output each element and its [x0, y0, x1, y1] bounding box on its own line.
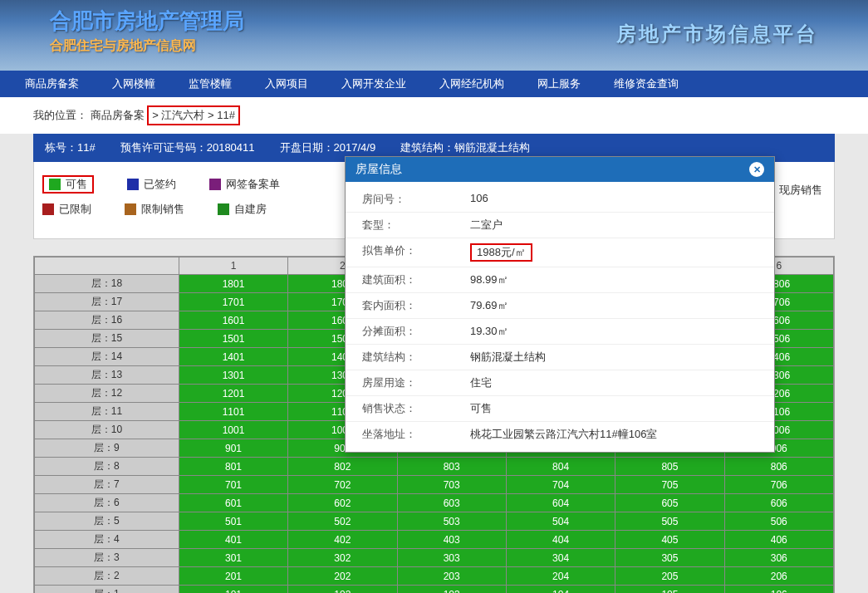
unit-cell[interactable]: 101 — [179, 586, 287, 594]
info-structure: 建筑结构：钢筋混凝土结构 — [400, 140, 530, 155]
row-header: 层：11 — [35, 403, 179, 421]
unit-cell[interactable]: 1401 — [179, 348, 287, 366]
unit-cell[interactable]: 105 — [615, 586, 724, 594]
row-header: 层：10 — [35, 421, 179, 439]
unit-cell[interactable]: 306 — [724, 549, 833, 567]
unit-cell[interactable]: 701 — [179, 476, 287, 494]
unit-cell[interactable]: 104 — [506, 586, 615, 594]
unit-cell[interactable]: 704 — [506, 476, 615, 494]
unit-cell[interactable]: 705 — [615, 476, 724, 494]
unit-cell[interactable]: 602 — [288, 494, 397, 512]
close-icon[interactable]: ✕ — [749, 162, 764, 177]
unit-cell[interactable]: 202 — [288, 567, 397, 586]
unit-cell[interactable]: 702 — [288, 476, 397, 494]
modal-value: 19.30㎡ — [470, 324, 758, 339]
modal-label: 房屋用途： — [362, 375, 470, 390]
unit-cell[interactable]: 201 — [179, 567, 287, 586]
unit-cell[interactable]: 506 — [724, 512, 833, 531]
legend-swatch — [209, 179, 221, 190]
nav-item[interactable]: 商品房备案 — [8, 71, 96, 97]
unit-cell[interactable]: 205 — [615, 567, 724, 586]
legend-label: 已限制 — [59, 202, 91, 217]
unit-cell[interactable]: 805 — [615, 458, 724, 476]
modal-label: 建筑面积： — [362, 272, 470, 287]
unit-cell[interactable]: 804 — [506, 458, 615, 476]
col-header: 1 — [179, 257, 287, 275]
row-header: 层：5 — [35, 512, 179, 531]
unit-cell[interactable]: 305 — [615, 549, 724, 567]
row-header: 层：6 — [35, 494, 179, 512]
unit-cell[interactable]: 204 — [506, 567, 615, 586]
row-header: 层：2 — [35, 567, 179, 586]
modal-value: 二室户 — [470, 218, 758, 233]
row-header: 层：12 — [35, 385, 179, 403]
unit-cell[interactable]: 505 — [615, 512, 724, 531]
unit-cell[interactable]: 106 — [724, 586, 833, 594]
unit-cell[interactable]: 502 — [288, 512, 397, 531]
modal-row: 建筑结构：钢筋混凝土结构 — [346, 345, 774, 370]
unit-cell[interactable]: 1601 — [179, 311, 287, 330]
unit-cell[interactable]: 1201 — [179, 385, 287, 403]
modal-label: 套内面积： — [362, 298, 470, 313]
page-container: 合肥市房地产管理局 合肥住宅与房地产信息网 房地产市场信息平台 商品房备案入网楼… — [0, 0, 868, 593]
legend-swatch — [218, 203, 229, 215]
unit-cell[interactable]: 1701 — [179, 293, 287, 311]
row-header: 层：16 — [35, 311, 179, 330]
unit-cell[interactable]: 403 — [397, 531, 506, 549]
unit-cell[interactable]: 203 — [397, 567, 506, 586]
unit-cell[interactable]: 802 — [288, 458, 397, 476]
breadcrumb-highlight[interactable]: > 江汽六村 > 11# — [147, 105, 240, 125]
nav-item[interactable]: 监管楼幢 — [172, 71, 248, 97]
modal-title: 房屋信息 — [356, 162, 402, 177]
unit-cell[interactable]: 803 — [397, 458, 506, 476]
unit-cell[interactable]: 406 — [724, 531, 833, 549]
unit-cell[interactable]: 603 — [397, 494, 506, 512]
unit-cell[interactable]: 1001 — [179, 421, 287, 439]
site-slogan: 房地产市场信息平台 — [616, 21, 818, 47]
unit-cell[interactable]: 801 — [179, 458, 287, 476]
modal-label: 坐落地址： — [362, 427, 470, 442]
unit-cell[interactable]: 1101 — [179, 403, 287, 421]
unit-cell[interactable]: 1501 — [179, 330, 287, 348]
unit-cell[interactable]: 504 — [506, 512, 615, 531]
modal-row: 坐落地址：桃花工业园繁云路江汽六村11#幢106室 — [346, 422, 774, 447]
unit-cell[interactable]: 1301 — [179, 366, 287, 385]
unit-cell[interactable]: 304 — [506, 549, 615, 567]
room-info-modal: 房屋信息 ✕ 房间号：106套型：二室户拟售单价：1988元/㎡建筑面积：98.… — [345, 156, 775, 453]
header-banner: 合肥市房地产管理局 合肥住宅与房地产信息网 房地产市场信息平台 — [0, 0, 868, 71]
unit-cell[interactable]: 103 — [397, 586, 506, 594]
modal-label: 建筑结构： — [362, 350, 470, 365]
nav-item[interactable]: 网上服务 — [521, 71, 597, 97]
modal-row: 拟售单价：1988元/㎡ — [346, 238, 774, 267]
nav-item[interactable]: 维修资金查询 — [597, 71, 695, 97]
unit-cell[interactable]: 601 — [179, 494, 287, 512]
info-building-no: 栋号：11# — [45, 140, 96, 155]
unit-cell[interactable]: 706 — [724, 476, 833, 494]
unit-cell[interactable]: 404 — [506, 531, 615, 549]
nav-item[interactable]: 入网项目 — [248, 71, 325, 97]
unit-cell[interactable]: 302 — [288, 549, 397, 567]
unit-cell[interactable]: 301 — [179, 549, 287, 567]
unit-cell[interactable]: 402 — [288, 531, 397, 549]
nav-item[interactable]: 入网楼幢 — [96, 71, 172, 97]
unit-cell[interactable]: 604 — [506, 494, 615, 512]
unit-cell[interactable]: 206 — [724, 567, 833, 586]
breadcrumb-part[interactable]: 商品房备案 — [91, 109, 145, 121]
unit-cell[interactable]: 806 — [724, 458, 833, 476]
unit-cell[interactable]: 606 — [724, 494, 833, 512]
unit-cell[interactable]: 605 — [615, 494, 724, 512]
unit-cell[interactable]: 501 — [179, 512, 287, 531]
unit-cell[interactable]: 401 — [179, 531, 287, 549]
nav-item[interactable]: 入网经纪机构 — [423, 71, 521, 97]
unit-cell[interactable]: 901 — [179, 439, 287, 458]
unit-cell[interactable]: 102 — [288, 586, 397, 594]
unit-cell[interactable]: 1801 — [179, 275, 287, 293]
unit-cell[interactable]: 703 — [397, 476, 506, 494]
legend-item: 已签约 — [127, 175, 176, 194]
unit-cell[interactable]: 503 — [397, 512, 506, 531]
modal-row: 分摊面积：19.30㎡ — [346, 319, 774, 345]
unit-cell[interactable]: 303 — [397, 549, 506, 567]
nav-item[interactable]: 入网开发企业 — [325, 71, 423, 97]
unit-cell[interactable]: 405 — [615, 531, 724, 549]
main-nav: 商品房备案入网楼幢监管楼幢入网项目入网开发企业入网经纪机构网上服务维修资金查询 — [0, 71, 868, 97]
